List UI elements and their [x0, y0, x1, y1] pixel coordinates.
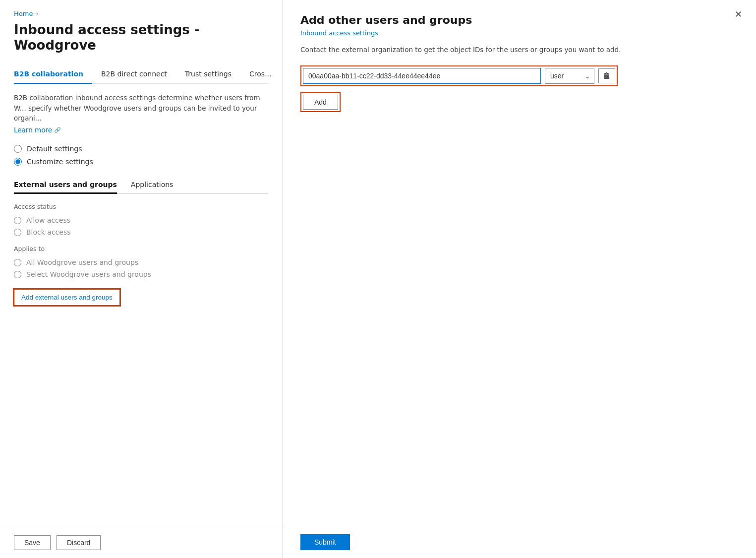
input-row: user group 🗑	[300, 65, 618, 86]
add-button[interactable]: Add	[303, 95, 338, 110]
allow-access-option[interactable]: Allow access	[14, 216, 268, 224]
subtab-external-users[interactable]: External users and groups	[14, 177, 117, 194]
breadcrumb-separator: ›	[36, 10, 38, 17]
add-row-wrapper: Add	[300, 92, 341, 112]
close-button[interactable]: ✕	[735, 10, 742, 19]
default-settings-option[interactable]: Default settings	[14, 145, 268, 153]
customize-settings-radio[interactable]	[14, 158, 22, 166]
access-radio-group: Allow access Block access	[14, 216, 268, 236]
delete-row-button[interactable]: 🗑	[598, 68, 615, 83]
tab-b2b-collaboration[interactable]: B2B collaboration	[14, 65, 92, 84]
tab-b2b-direct-connect[interactable]: B2B direct connect	[101, 65, 176, 84]
all-woodgrove-label: All Woodgrove users and groups	[26, 258, 138, 266]
page-title: Inbound access settings - Woodgrove	[14, 22, 268, 53]
subtab-applications[interactable]: Applications	[131, 177, 174, 194]
main-tabs: B2B collaboration B2B direct connect Tru…	[14, 65, 268, 84]
submit-button[interactable]: Submit	[300, 534, 350, 550]
default-settings-label: Default settings	[27, 145, 82, 153]
select-woodgrove-label: Select Woodgrove users and groups	[26, 270, 151, 278]
object-id-input[interactable]	[303, 68, 541, 84]
save-button[interactable]: Save	[14, 535, 51, 550]
flyout-subtitle: Inbound access settings	[300, 29, 738, 37]
allow-access-radio[interactable]	[14, 217, 21, 224]
type-select[interactable]: user group	[545, 68, 594, 84]
flyout-description: Contact the external organization to get…	[300, 45, 738, 55]
trash-icon: 🗑	[603, 71, 611, 80]
add-external-users-button[interactable]: Add external users and groups	[14, 289, 120, 306]
applies-to-label: Applies to	[14, 245, 268, 252]
type-select-wrapper: user group	[545, 68, 594, 84]
applies-to-group: All Woodgrove users and groups Select Wo…	[14, 258, 268, 278]
access-status-label: Access status	[14, 203, 268, 210]
allow-access-label: Allow access	[26, 216, 70, 224]
customize-settings-label: Customize settings	[27, 158, 93, 166]
block-access-radio[interactable]	[14, 229, 21, 236]
flyout-footer: Submit	[283, 526, 756, 558]
learn-more-link[interactable]: Learn more 🔗	[14, 126, 61, 134]
sub-tabs: External users and groups Applications	[14, 177, 268, 194]
tab-cross-tenant[interactable]: Cros...	[249, 65, 280, 84]
default-settings-radio[interactable]	[14, 145, 22, 153]
flyout-panel: ✕ Add other users and groups Inbound acc…	[283, 0, 756, 558]
customize-settings-option[interactable]: Customize settings	[14, 158, 268, 166]
discard-button[interactable]: Discard	[57, 535, 101, 550]
select-woodgrove-option[interactable]: Select Woodgrove users and groups	[14, 270, 268, 278]
bottom-bar: Save Discard	[0, 527, 282, 558]
description-text: B2B collaboration inbound access setting…	[14, 93, 268, 123]
breadcrumb-home[interactable]: Home	[14, 10, 33, 17]
all-woodgrove-radio[interactable]	[14, 259, 21, 266]
select-woodgrove-radio[interactable]	[14, 271, 21, 278]
settings-radio-group: Default settings Customize settings	[14, 145, 268, 166]
left-panel: Home › Inbound access settings - Woodgro…	[0, 0, 283, 558]
learn-more-label: Learn more	[14, 126, 52, 134]
flyout-title: Add other users and groups	[300, 14, 738, 26]
block-access-option[interactable]: Block access	[14, 228, 268, 236]
breadcrumb: Home ›	[14, 10, 268, 17]
tab-trust-settings[interactable]: Trust settings	[185, 65, 240, 84]
all-woodgrove-option[interactable]: All Woodgrove users and groups	[14, 258, 268, 266]
external-link-icon: 🔗	[54, 127, 61, 133]
block-access-label: Block access	[26, 228, 71, 236]
